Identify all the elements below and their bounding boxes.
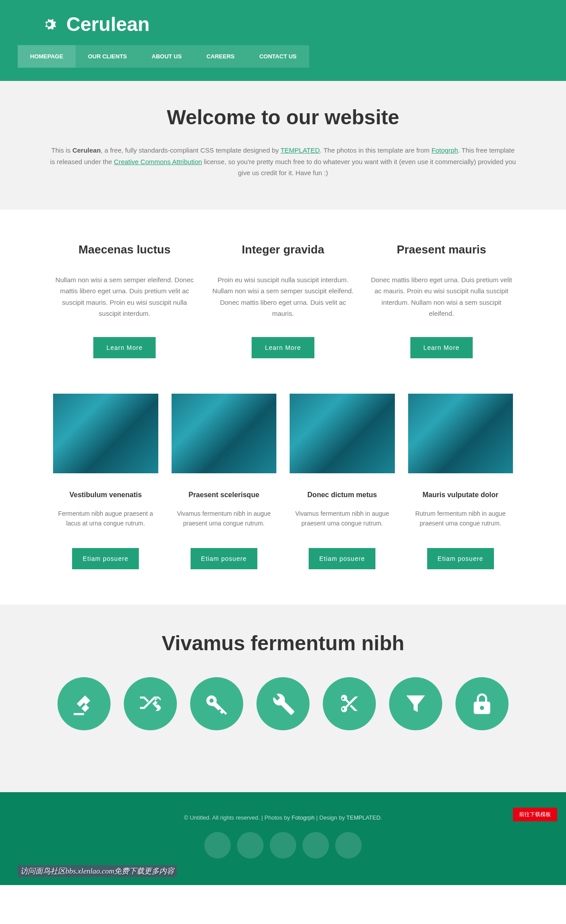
portfolio-item-2: Praesent scelerisque Vivamus fermentum n… bbox=[172, 394, 277, 570]
social-row bbox=[18, 832, 548, 859]
icon-row bbox=[18, 677, 548, 730]
filter-icon[interactable] bbox=[389, 677, 442, 730]
header: Cerulean HOMEPAGE OUR CLIENTS ABOUT US C… bbox=[0, 0, 566, 68]
link-fotogrph[interactable]: Fotogrph bbox=[432, 146, 458, 154]
logo-text: Cerulean bbox=[66, 13, 149, 35]
social-icon-5[interactable] bbox=[335, 832, 362, 859]
nav: HOMEPAGE OUR CLIENTS ABOUT US CAREERS CO… bbox=[18, 45, 309, 68]
logo[interactable]: Cerulean bbox=[18, 13, 548, 35]
social-icon-3[interactable] bbox=[270, 832, 296, 859]
portfolio: Vestibulum venenatis Fermentum nibh augu… bbox=[35, 394, 531, 605]
col2-body: Proin eu wisi suscipit nulla suscipit in… bbox=[211, 274, 354, 319]
portfolio-image-4[interactable] bbox=[408, 394, 513, 473]
nav-careers[interactable]: CAREERS bbox=[194, 45, 247, 68]
col3-title: Praesent mauris bbox=[370, 243, 513, 257]
pf1-title: Vestibulum venenatis bbox=[53, 491, 158, 499]
col1-button[interactable]: Learn More bbox=[93, 337, 156, 358]
pf2-title: Praesent scelerisque bbox=[172, 491, 277, 499]
link-templated[interactable]: TEMPLATED bbox=[280, 146, 320, 154]
scissors-icon[interactable] bbox=[323, 677, 376, 730]
footer: © Untitled. All rights reserved. | Photo… bbox=[0, 792, 566, 885]
portfolio-image-1[interactable] bbox=[53, 394, 158, 473]
portfolio-image-3[interactable] bbox=[290, 394, 395, 473]
social-icon-1[interactable] bbox=[204, 832, 231, 859]
banner-text: This is Cerulean, a free, fully standard… bbox=[49, 145, 517, 179]
col2-title: Integer gravida bbox=[211, 243, 354, 257]
three-columns: Maecenas luctus Nullam non wisi a sem se… bbox=[35, 210, 531, 394]
social-icon-4[interactable] bbox=[302, 832, 329, 859]
pf4-title: Mauris vulputate dolor bbox=[408, 491, 513, 499]
key-icon[interactable] bbox=[190, 677, 243, 730]
portfolio-image-2[interactable] bbox=[172, 394, 277, 473]
footer-link-fotogrph[interactable]: Fotogrph bbox=[291, 814, 314, 821]
pf1-button[interactable]: Etiam posuere bbox=[72, 548, 139, 569]
pf4-body: Rutrum fermentum nibh in augue praesent … bbox=[408, 509, 513, 529]
banner-title: Welcome to our website bbox=[18, 105, 548, 129]
link-cc[interactable]: Creative Commons Attribution bbox=[114, 158, 202, 165]
header-spacer bbox=[0, 68, 566, 81]
icon-section-title: Vivamus fermentum nibh bbox=[18, 631, 548, 655]
portfolio-item-4: Mauris vulputate dolor Rutrum fermentum … bbox=[408, 394, 513, 570]
icon-section: Vivamus fermentum nibh bbox=[0, 605, 566, 792]
nav-about[interactable]: ABOUT US bbox=[139, 45, 194, 68]
col3-button[interactable]: Learn More bbox=[410, 337, 473, 358]
nav-contact[interactable]: CONTACT US bbox=[247, 45, 309, 68]
watermark: 访问面鸟社区bbs.xlenlao.com免费下载更多内容 bbox=[18, 865, 177, 877]
col1-title: Maecenas luctus bbox=[53, 243, 196, 257]
social-icon-2[interactable] bbox=[237, 832, 264, 859]
pf3-title: Donec dictum metus bbox=[290, 491, 395, 499]
pf4-button[interactable]: Etiam posuere bbox=[427, 548, 494, 569]
column-3: Praesent mauris Donec mattis libero eget… bbox=[370, 243, 513, 358]
pf3-body: Vivamus fermentum nibh in augue praesent… bbox=[290, 509, 395, 529]
column-1: Maecenas luctus Nullam non wisi a sem se… bbox=[53, 243, 196, 358]
portfolio-item-1: Vestibulum venenatis Fermentum nibh augu… bbox=[53, 394, 158, 570]
column-2: Integer gravida Proin eu wisi suscipit n… bbox=[211, 243, 354, 358]
portfolio-item-3: Donec dictum metus Vivamus fermentum nib… bbox=[290, 394, 395, 570]
gear-icon bbox=[40, 15, 58, 34]
col1-body: Nullam non wisi a sem semper eleifend. D… bbox=[53, 274, 196, 319]
copyright: © Untitled. All rights reserved. | Photo… bbox=[18, 814, 548, 821]
gavel-icon[interactable] bbox=[57, 677, 111, 730]
nav-clients[interactable]: OUR CLIENTS bbox=[76, 45, 139, 68]
banner: Welcome to our website This is Cerulean,… bbox=[0, 81, 566, 210]
download-template-button[interactable]: 前往下载模板 bbox=[513, 808, 557, 821]
pf1-body: Fermentum nibh augue praesent a lacus at… bbox=[53, 509, 158, 529]
shuffle-icon[interactable] bbox=[124, 677, 177, 730]
wrench-icon[interactable] bbox=[256, 677, 310, 730]
nav-homepage[interactable]: HOMEPAGE bbox=[18, 45, 76, 68]
footer-link-templated[interactable]: TEMPLATED bbox=[346, 814, 380, 821]
pf3-button[interactable]: Etiam posuere bbox=[309, 548, 375, 569]
col3-body: Donec mattis libero eget urna. Duis pret… bbox=[370, 274, 513, 319]
pf2-body: Vivamus fermentum nibh in augue praesent… bbox=[172, 509, 277, 529]
pf2-button[interactable]: Etiam posuere bbox=[191, 548, 257, 569]
col2-button[interactable]: Learn More bbox=[252, 337, 314, 358]
lock-icon[interactable] bbox=[455, 677, 509, 730]
